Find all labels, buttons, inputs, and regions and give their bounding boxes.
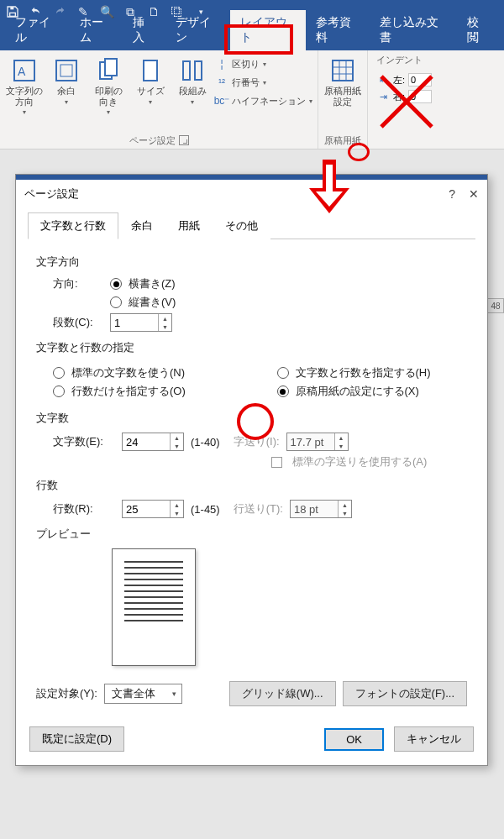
columns-button[interactable]: 段組み ▾	[173, 54, 212, 106]
chevron-down-icon: ▾	[149, 98, 152, 106]
svg-rect-9	[183, 61, 190, 80]
chevron-down-icon: ▾	[65, 98, 68, 106]
qa-customize-icon[interactable]: ▾	[193, 4, 208, 19]
dialog-title: ページ設定	[24, 186, 79, 202]
line-range: (1-45)	[191, 503, 220, 516]
char-range: (1-40)	[191, 436, 220, 448]
linenumbers-icon: ¹²	[215, 76, 228, 88]
font-settings-button[interactable]: フォントの設定(F)...	[343, 681, 467, 706]
char-count-label: 文字数(E):	[53, 434, 115, 449]
radio-vertical[interactable]	[110, 296, 122, 308]
cancel-button[interactable]: キャンセル	[394, 726, 474, 752]
ribbon: A 文字列の 方向 ▾ 余白 ▾ 印刷の 向き ▾ サイズ ▾ 段組み	[0, 50, 504, 149]
svg-rect-10	[195, 61, 202, 80]
linenumbers-button[interactable]: ¹²行番号▾	[215, 74, 312, 91]
radio-genkou[interactable]	[277, 385, 289, 397]
page-setup-group-label: ページ設定	[129, 134, 189, 149]
columns-count-input[interactable]	[111, 314, 158, 331]
dlg-tab-other[interactable]: その他	[213, 212, 270, 239]
help-icon[interactable]: ?	[449, 187, 455, 201]
apply-to-value: 文書全体	[112, 686, 155, 701]
char-count-input[interactable]	[123, 433, 170, 450]
dlg-tab-paper[interactable]: 用紙	[165, 212, 213, 239]
spin-up-icon[interactable]: ▲	[171, 433, 183, 442]
radio-both[interactable]	[277, 367, 289, 379]
tab-mailings[interactable]: 差し込み文書	[370, 10, 456, 50]
columns-count-label: 段数(C):	[53, 315, 103, 330]
genkou-button[interactable]: 原稿用紙 設定	[323, 54, 362, 107]
std-pitch-checkbox	[271, 457, 282, 468]
spin-up-icon[interactable]: ▲	[171, 501, 183, 509]
gridlines-button[interactable]: グリッド線(W)...	[229, 681, 336, 706]
spin-down-icon[interactable]: ▼	[159, 322, 171, 331]
qa-icon-4[interactable]: ✎	[76, 4, 91, 19]
text-direction-label: 文字列の 方向	[6, 86, 43, 107]
side-stub: 48	[487, 298, 504, 313]
columns-label: 段組み	[179, 86, 207, 97]
chevron-down-icon: ▾	[107, 108, 110, 116]
text-direction-button[interactable]: A 文字列の 方向 ▾	[5, 54, 44, 116]
breaks-button[interactable]: ¦区切り▾	[215, 55, 312, 72]
set-default-button[interactable]: 既定に設定(D)	[29, 726, 124, 752]
tab-layout[interactable]: レイアウト	[230, 10, 306, 50]
margins-label: 余白	[57, 86, 76, 97]
indent-left-row[interactable]: ⇤左:	[376, 71, 432, 88]
orientation-button[interactable]: 印刷の 向き ▾	[89, 54, 128, 116]
line-pitch-label: 行送り(T):	[234, 501, 283, 517]
page-setup-label-text: ページ設定	[129, 134, 176, 147]
svg-rect-1	[10, 7, 13, 9]
columns-icon	[179, 57, 206, 84]
indent-right-row[interactable]: ⇥右:	[376, 88, 432, 105]
radio-lines-only[interactable]	[53, 385, 65, 397]
chevron-down-icon: ▾	[172, 690, 176, 698]
text-direction-icon: A	[11, 57, 38, 84]
radio-horizontal[interactable]	[110, 278, 122, 290]
qa-icon-5[interactable]: 🔍	[99, 4, 114, 19]
size-icon	[137, 57, 164, 84]
size-button[interactable]: サイズ ▾	[131, 54, 170, 106]
redo-icon[interactable]	[52, 4, 67, 19]
spin-up-icon: ▲	[339, 501, 351, 509]
line-count-input[interactable]	[123, 501, 170, 517]
preview-section: プレビュー	[36, 527, 467, 542]
columns-count-spinner[interactable]: ▲▼	[110, 313, 172, 332]
dlg-tab-margins[interactable]: 余白	[118, 212, 165, 239]
tab-reference[interactable]: 参考資料	[306, 10, 370, 50]
char-pitch-spinner: ▲▼	[286, 433, 349, 451]
margins-button[interactable]: 余白 ▾	[47, 54, 86, 106]
tab-review[interactable]: 校閲	[457, 10, 499, 50]
line-count-spinner[interactable]: ▲▼	[122, 500, 184, 518]
dlg-tab-chars[interactable]: 文字数と行数	[28, 212, 118, 239]
undo-icon[interactable]	[29, 4, 44, 19]
ok-button[interactable]: OK	[324, 728, 384, 751]
preview-icon	[112, 548, 196, 666]
chevron-down-icon: ▾	[23, 108, 26, 116]
line-count-label: 行数(R):	[53, 501, 115, 517]
spin-down-icon[interactable]: ▼	[171, 509, 183, 517]
spin-up-icon[interactable]: ▲	[159, 314, 171, 322]
apply-to-select[interactable]: 文書全体 ▾	[104, 684, 182, 704]
close-icon[interactable]: ✕	[469, 187, 479, 201]
char-count-spinner[interactable]: ▲▼	[122, 433, 184, 451]
qa-icon-7[interactable]: 🗋	[146, 4, 161, 19]
indent-left-icon: ⇤	[376, 75, 390, 86]
save-icon[interactable]	[5, 4, 20, 19]
apply-to-label: 設定対象(Y):	[36, 686, 97, 701]
radio-horizontal-label: 横書き(Z)	[129, 276, 176, 291]
radio-lines-only-label: 行数だけを指定する(O)	[71, 384, 186, 399]
radio-standard[interactable]	[53, 367, 65, 379]
genkou-icon	[329, 57, 356, 84]
qa-icon-8[interactable]: ⿻	[170, 4, 185, 19]
hyphenation-button[interactable]: bc⁻ハイフネーション▾	[215, 92, 312, 109]
indent-title: インデント	[376, 54, 432, 66]
spin-down-icon[interactable]: ▼	[171, 442, 183, 450]
genkou-label: 原稿用紙 設定	[324, 86, 361, 107]
margins-icon	[53, 57, 80, 84]
indent-left-input[interactable]	[408, 73, 432, 87]
spin-down-icon: ▼	[335, 442, 348, 450]
svg-rect-5	[60, 65, 72, 76]
qa-icon-6[interactable]: ⧉	[123, 4, 138, 19]
page-setup-launcher-icon[interactable]	[179, 135, 189, 145]
indent-right-input[interactable]	[408, 90, 432, 103]
line-pitch-input	[291, 501, 338, 517]
